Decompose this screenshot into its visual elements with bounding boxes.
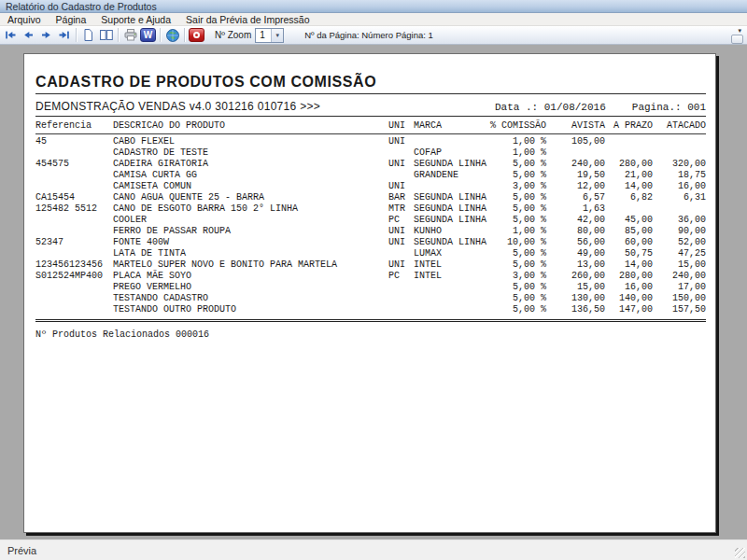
table-row: 45 CABO FLEXEL UNI 1,00 % 105,00 [35,136,706,147]
cell-avista [546,147,605,159]
export-word-button[interactable]: W [139,27,157,44]
cell-atacado [653,147,706,159]
first-page-button[interactable] [2,27,20,44]
cell-aprazo: 140,00 [605,293,653,304]
cell-comissao: 5,00 % [488,293,546,304]
table-row: S012524MP400 PLACA MÃE SOYO PC INTEL 3,0… [35,271,706,282]
zoom-label: Nº Zoom [215,30,251,40]
last-page-icon [57,28,71,42]
close-preview-icon [189,28,204,42]
cell-marca [414,304,488,315]
column-header-descricao: DESCRICAO DO PRODUTO [113,120,388,132]
cell-atacado: 320,00 [653,159,706,170]
cell-referencia [35,170,113,181]
cell-marca: SEGUNDA LINHA [414,237,488,248]
column-header-aprazo: A PRAZO [605,120,653,132]
table-end-divider [35,319,706,322]
cell-avista: 1,63 [546,203,605,215]
table-row: CA15454 CANO AGUA QUENTE 25 - BARRA BAR … [35,192,706,203]
overflow-chevron-icon: ▾ [738,27,741,35]
cell-descricao: LATA DE TINTA [113,248,388,259]
web-button[interactable] [163,27,181,44]
cell-atacado: 16,00 [653,181,706,192]
cell-aprazo [605,203,653,215]
cell-descricao: CAMISETA COMUN [113,181,388,192]
cell-aprazo: 21,00 [605,170,653,181]
cell-atacado [653,203,706,215]
toolbar-separator [118,28,119,42]
next-page-icon [39,28,53,42]
cell-aprazo: 45,00 [605,215,653,226]
table-row: 52347 FONTE 400W UNI SEGUNDA LINHA 10,00… [35,237,706,248]
report-subtitle: DEMONSTRAÇÃO VENDAS v4.0 301216 010716 >… [35,100,495,113]
cell-uni [388,293,414,304]
cell-marca [414,181,488,192]
toolbar-overflow[interactable]: ▾ [728,26,745,45]
cell-comissao: 3,00 % [488,181,546,192]
cell-comissao: 1,00 % [488,226,546,237]
two-page-view-button[interactable] [97,27,115,44]
cell-referencia [35,248,113,259]
table-body: 45 CABO FLEXEL UNI 1,00 % 105,00 CADASTR… [35,136,706,315]
report-page-number: Pagina.: 001 [632,102,706,113]
cell-descricao: TESTANDO CADASTRO [113,293,388,304]
next-page-button[interactable] [37,27,55,44]
cell-atacado: 90,00 [653,226,706,237]
table-row: 125482 5512 CANO DE ESGOTO BARRA 150 2° … [35,203,706,215]
cell-comissao: 5,00 % [488,248,546,259]
menu-item[interactable]: Sair da Prévia de Impressão [178,13,317,26]
zoom-dropdown[interactable]: 1 ▼ [255,28,284,43]
cell-marca [414,293,488,304]
cell-comissao: 5,00 % [488,192,546,203]
resize-grip[interactable] [735,548,745,558]
chevron-down-icon[interactable]: ▼ [271,29,283,42]
single-page-view-button[interactable] [79,27,97,44]
cell-aprazo: 14,00 [605,181,653,192]
previous-page-button[interactable] [20,27,37,44]
cell-avista: 12,00 [546,181,605,192]
cell-atacado: 36,00 [653,215,706,226]
cell-marca: SEGUNDA LINHA [414,215,488,226]
menu-item[interactable]: Suporte e Ajuda [93,13,178,26]
statusbar-text: Prévia [7,545,36,556]
cell-avista: 136,50 [546,304,605,315]
cell-aprazo: 147,00 [605,304,653,315]
column-header-atacado: ATACADO [653,120,706,132]
print-button[interactable] [121,27,139,44]
cell-descricao: CABO FLEXEL [113,136,388,147]
cell-atacado: 6,31 [653,192,706,203]
cell-avista: 49,00 [546,248,605,259]
cell-avista: 6,57 [546,192,605,203]
cell-marca [414,282,488,293]
cell-uni: UNI [388,181,414,192]
cell-referencia: S012524MP400 [35,271,113,282]
cell-aprazo: 6,82 [605,192,653,203]
cell-comissao: 5,00 % [488,259,546,271]
cell-aprazo: 16,00 [605,282,653,293]
cell-comissao: 1,00 % [488,147,546,159]
table-row: LATA DE TINTA LUMAX 5,00 % 49,00 50,75 4… [35,248,706,259]
table-row: TESTANDO OUTRO PRODUTO 5,00 % 136,50 147… [35,304,706,315]
cell-uni: MTR [388,203,414,215]
column-header-comissao: % COMISSÃO [488,120,546,132]
cell-marca: GRANDENE [414,170,488,181]
cell-descricao: CADASTRO DE TESTE [113,147,388,159]
cell-descricao: CADEIRA GIRATORIA [113,159,388,170]
cell-avista: 42,00 [546,215,605,226]
cell-marca: INTEL [414,259,488,271]
overflow-button[interactable] [731,35,743,44]
cell-atacado: 15,00 [653,259,706,271]
page-number-info: Nº da Página: Número Página: 1 [304,30,433,40]
cell-descricao: PREGO VERMELHO [113,282,388,293]
close-preview-button[interactable] [188,27,205,44]
divider [35,116,706,117]
cell-uni: UNI [388,136,414,147]
menu-item[interactable]: Arquivo [0,13,49,26]
table-row: FERRO DE PASSAR ROUPA UNI KUNHO 1,00 % 8… [35,226,706,237]
menu-item[interactable]: Página [49,13,94,26]
cell-comissao: 5,00 % [488,215,546,226]
last-page-button[interactable] [55,27,73,44]
table-row: 454575 CADEIRA GIRATORIA UNI SEGUNDA LIN… [35,159,706,170]
cell-referencia [35,147,113,159]
cell-referencia [35,282,113,293]
